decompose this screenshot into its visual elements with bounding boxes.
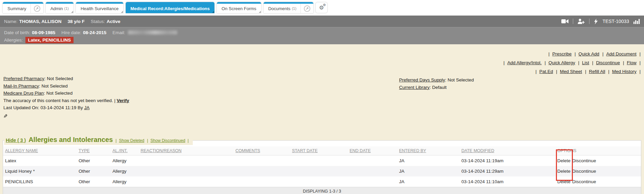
tab-label: Admin <box>50 6 63 11</box>
cell-al-int: Allergy <box>110 176 139 187</box>
pencil-icon[interactable]: ✎ <box>3 113 8 120</box>
cell-al-int: Allergy <box>110 155 139 166</box>
mail-in-pharmacy-link[interactable]: Mail-In Pharmacy <box>3 83 39 89</box>
show-discontinued-link[interactable]: Show Discontinued <box>150 138 185 143</box>
lightning-bolt-icon[interactable] <box>594 19 598 24</box>
prescribe-link[interactable]: Prescribe <box>552 51 572 56</box>
verify-link[interactable]: Verify <box>117 98 129 103</box>
discontinue-link[interactable]: Discontinue <box>572 158 596 163</box>
mail-in-pharmacy-value: Not Selected <box>42 83 68 89</box>
tab-label: Health Surveillance <box>81 6 119 11</box>
cell-start-date <box>290 155 348 166</box>
tab-count-badge: (1) <box>292 6 296 10</box>
colon: : <box>44 91 45 96</box>
col-reaction-reason[interactable]: REACTION/REASON <box>139 146 233 155</box>
cell-date-modified: 03-14-2024 11:19am <box>459 155 555 166</box>
patient-details-bar: Date of birth: 08-09-1985 Hire date: 08-… <box>0 27 644 44</box>
tab-medical-record-allergies-medications[interactable]: Medical Record:Allergies/Medications <box>126 2 214 13</box>
accuracy-text: The accuracy of this content has not yet… <box>3 98 116 103</box>
last-updated-text: Last Updated On: 03-14-2024 11:19 By <box>3 105 83 110</box>
tab-documents[interactable]: Documents (1) ↗ <box>264 2 313 13</box>
email-redacted <box>128 30 177 34</box>
delete-link[interactable]: Delete <box>557 179 570 184</box>
tab-summary[interactable]: Summary ↗ <box>3 2 43 13</box>
cell-entered-by: JA <box>397 176 459 187</box>
cell-type: Other <box>77 166 110 176</box>
cell-start-date <box>290 176 348 187</box>
col-type[interactable]: TYPE <box>77 146 110 155</box>
action-links: Prescribe Quick Add Add Document Add All… <box>503 50 641 76</box>
col-start-date[interactable]: START DATE <box>290 146 348 155</box>
colon: : <box>430 85 431 90</box>
section-title: Allergies and Intolerances <box>28 135 113 144</box>
preferred-days-supply-value: Not Selected <box>448 77 474 82</box>
delete-link[interactable]: Delete <box>557 158 570 163</box>
col-date-modified[interactable]: DATE MODIFIED <box>459 146 555 155</box>
discontinue-link[interactable]: Discontinue <box>572 179 596 184</box>
add-person-icon[interactable] <box>578 19 585 24</box>
tab-count-badge: (1) <box>64 6 68 10</box>
bar-chart-icon[interactable] <box>633 19 640 24</box>
cell-allergy-name: PENICILLINS <box>3 176 77 187</box>
current-library-link[interactable]: Current Library <box>399 85 430 90</box>
col-end-date[interactable]: END DATE <box>348 146 397 155</box>
patient-dob: 08-09-1985 <box>32 30 55 35</box>
refill-all-link[interactable]: Refill All <box>589 69 605 74</box>
preferred-days-supply-link[interactable]: Preferred Days Supply <box>399 77 445 82</box>
external-link-icon: ↗ <box>304 5 310 12</box>
col-entered-by[interactable]: ENTERED BY <box>397 146 459 155</box>
allergies-table: ALLERGY NAME TYPE AL./INT. REACTION/REAS… <box>3 146 641 187</box>
med-history-link[interactable]: Med History <box>612 69 637 74</box>
preferred-pharmacy-value: Not Selected <box>47 76 73 81</box>
cell-reaction <box>139 155 233 166</box>
medicare-drug-plan-link[interactable]: Medicare Drug Plan <box>3 91 44 96</box>
cell-end-date <box>348 176 397 187</box>
cell-allergy-name: Latex <box>3 155 77 166</box>
tab-admin[interactable]: Admin (1) <box>46 2 74 13</box>
med-sheet-link[interactable]: Med Sheet <box>560 69 582 74</box>
medicare-drug-plan-value: Not Selected <box>46 91 72 96</box>
cell-entered-by: JA <box>397 155 459 166</box>
cell-entered-by: JA <box>397 166 459 176</box>
cell-date-modified: 03-14-2024 11:10am <box>459 176 555 187</box>
quick-allergy-link[interactable]: Quick Allergy <box>548 60 575 65</box>
allergy-alert-badge: Latex, PENICILLINS <box>25 37 74 43</box>
add-allergy-intol-link[interactable]: Add Allergy/Intol. <box>507 60 541 65</box>
tab-documents-popout[interactable]: ↗ <box>300 4 313 13</box>
last-updated-by-link[interactable]: JA <box>84 105 89 110</box>
cell-options: DeleteDiscontinue <box>555 155 641 166</box>
cell-options: DeleteDiscontinue <box>555 166 641 176</box>
quick-add-link[interactable]: Quick Add <box>579 51 600 56</box>
station-id: TEST-10033 <box>602 19 629 24</box>
show-deleted-link[interactable]: Show Deleted <box>119 138 144 143</box>
allergies-label: Allergies: <box>4 38 23 43</box>
cell-comments <box>233 176 290 187</box>
name-label: Name: <box>4 19 18 24</box>
col-allergy-name[interactable]: ALLERGY NAME <box>3 146 77 155</box>
tab-summary-popout[interactable]: ↗ <box>30 4 43 13</box>
video-camera-icon[interactable] <box>561 19 568 24</box>
action-link-row-1: Prescribe Quick Add Add Document <box>503 50 641 58</box>
tab-health-surveillance[interactable]: Health Surveillance <box>76 2 123 13</box>
cell-reaction <box>139 166 233 176</box>
settings-button[interactable]: ⚙ ⚙ <box>316 2 327 13</box>
tab-on-screen-forms[interactable]: On Screen Forms <box>217 2 261 13</box>
hide-section-link[interactable]: Hide ( 3 ) <box>6 136 26 145</box>
cell-date-modified: 03-14-2024 11:29am <box>459 166 555 176</box>
patient-status: Active <box>107 19 121 24</box>
flow-link[interactable]: Flow <box>627 60 637 65</box>
discontinue-link[interactable]: Discontinue <box>596 60 620 65</box>
pharmacy-info-block: Preferred Pharmacy: Not Selected Mail-In… <box>3 75 129 120</box>
gear-icon: ⚙ <box>323 3 326 7</box>
list-link[interactable]: List <box>582 60 589 65</box>
add-document-link[interactable]: Add Document <box>606 51 636 56</box>
delete-link[interactable]: Delete <box>557 169 570 174</box>
colon: : <box>39 83 40 89</box>
tab-label: Documents <box>268 6 291 11</box>
cell-type: Other <box>77 155 110 166</box>
col-comments[interactable]: COMMENTS <box>233 146 290 155</box>
discontinue-link[interactable]: Discontinue <box>572 169 596 174</box>
col-al-int[interactable]: AL./INT. <box>110 146 139 155</box>
preferred-pharmacy-link[interactable]: Preferred Pharmacy <box>3 76 44 81</box>
pat-ed-link[interactable]: Pat.Ed <box>539 69 553 74</box>
